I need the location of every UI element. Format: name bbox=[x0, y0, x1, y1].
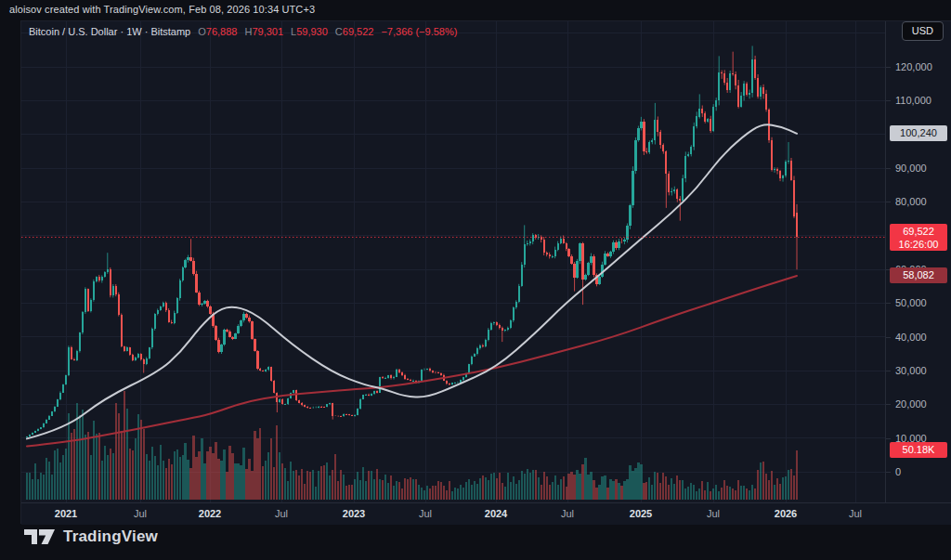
time-axis-label: 2024 bbox=[485, 508, 507, 519]
price-axis-tick bbox=[886, 67, 891, 68]
ma50-badge: 100,240 bbox=[890, 125, 947, 141]
chart-canvas[interactable] bbox=[21, 21, 885, 502]
price-axis-tick bbox=[886, 202, 891, 202]
ohlc-high: H79,301 bbox=[244, 26, 283, 37]
tradingview-wordmark: TradingView bbox=[63, 527, 158, 546]
price-axis-tick bbox=[886, 438, 891, 439]
price-axis-tick bbox=[886, 100, 891, 101]
ohlc-low: L59,930 bbox=[291, 26, 328, 37]
symbol-title[interactable]: Bitcoin / U.S. Dollar · 1W · Bitstamp bbox=[29, 26, 190, 37]
currency-toggle-button[interactable]: USD bbox=[902, 21, 944, 41]
price-axis-label: 80,000 bbox=[895, 196, 927, 207]
tradingview-chart-page: aloisov created with TradingView.com, Fe… bbox=[0, 0, 951, 560]
price-axis-label: 40,000 bbox=[895, 332, 927, 343]
time-axis-label: Jul bbox=[419, 508, 432, 519]
price-axis-tick bbox=[886, 337, 891, 338]
current-price-badge: 69,52216:26:00 bbox=[890, 224, 947, 251]
price-axis-label: 120,000 bbox=[895, 61, 932, 72]
price-axis-label: 30,000 bbox=[895, 365, 927, 376]
time-axis-label: Jul bbox=[134, 508, 147, 519]
price-axis-label: 90,000 bbox=[895, 163, 927, 174]
price-axis-tick bbox=[886, 472, 891, 473]
ohlc-open: O76,888 bbox=[198, 26, 237, 37]
time-axis[interactable]: 2021Jul2022Jul2023Jul2024Jul2025Jul2026J… bbox=[21, 502, 951, 525]
volume-badge: 50.18K bbox=[890, 442, 947, 458]
price-axis-label: 50,000 bbox=[895, 297, 927, 308]
chart-widget: Bitcoin / U.S. Dollar · 1W · Bitstamp O7… bbox=[20, 20, 951, 524]
price-axis-tick bbox=[886, 303, 891, 304]
price-axis-label: 20,000 bbox=[895, 398, 927, 410]
tradingview-icon bbox=[24, 527, 56, 546]
ma50-line bbox=[27, 124, 797, 438]
price-axis[interactable]: 120,000110,00090,00080,00060,00050,00040… bbox=[885, 21, 951, 502]
tradingview-logo[interactable]: TradingView bbox=[24, 527, 158, 546]
change-value: −7,366 (−9.58%) bbox=[381, 26, 457, 37]
time-axis-label: 2022 bbox=[199, 508, 221, 519]
price-axis-tick bbox=[886, 404, 891, 405]
time-axis-label: Jul bbox=[849, 508, 862, 519]
time-axis-label: 2025 bbox=[630, 508, 652, 519]
time-axis-label: Jul bbox=[561, 508, 574, 519]
time-axis-label: Jul bbox=[707, 508, 720, 519]
time-axis-label: 2023 bbox=[343, 508, 365, 519]
time-axis-label: Jul bbox=[275, 508, 288, 519]
ma200-line bbox=[27, 276, 797, 446]
price-axis-label: 0 bbox=[895, 466, 901, 477]
creator-attribution: aloisov created with TradingView.com, Fe… bbox=[9, 4, 315, 15]
price-axis-tick bbox=[886, 371, 891, 371]
price-axis-label: 110,000 bbox=[895, 95, 931, 106]
price-chart-svg bbox=[21, 21, 885, 502]
chart-legend: Bitcoin / U.S. Dollar · 1W · Bitstamp O7… bbox=[29, 26, 457, 37]
ohlc-close: C69,522 bbox=[335, 26, 374, 37]
ma200-badge: 58,082 bbox=[890, 267, 947, 283]
time-axis-label: 2026 bbox=[775, 508, 797, 519]
price-axis-tick bbox=[886, 168, 891, 169]
time-axis-label: 2021 bbox=[55, 508, 77, 519]
